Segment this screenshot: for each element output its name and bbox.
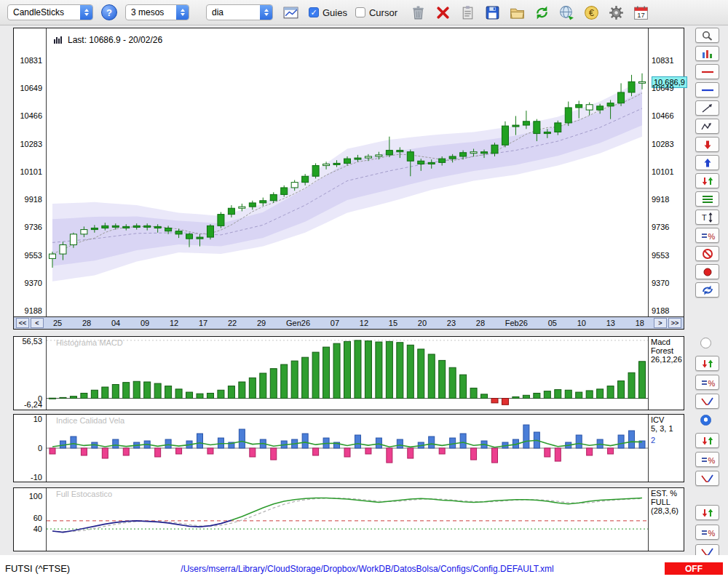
euro-button[interactable]: € bbox=[582, 3, 601, 23]
guies-checkbox[interactable]: Guies bbox=[309, 7, 347, 18]
symbol-label: FUTSI (^FTSE) bbox=[5, 563, 70, 574]
stoch-signals-button[interactable] bbox=[695, 505, 719, 520]
nav-first-button[interactable]: << bbox=[16, 318, 29, 328]
save-button[interactable] bbox=[483, 3, 502, 23]
axis-tick-label: 10101 bbox=[652, 167, 674, 176]
stoch-percent-button[interactable]: % bbox=[695, 525, 719, 540]
period-select[interactable]: 3 mesos bbox=[125, 4, 189, 20]
axis-tick-label: 10649 bbox=[652, 84, 674, 92]
charts-column: 1083110649104661028310101991897369553937… bbox=[13, 28, 684, 551]
icv-panel-radio[interactable] bbox=[700, 415, 711, 426]
trash-button[interactable] bbox=[408, 3, 428, 23]
record-button[interactable] bbox=[695, 264, 719, 279]
zigzag-button[interactable] bbox=[695, 119, 719, 134]
interval-select[interactable]: dia bbox=[206, 4, 273, 20]
svg-text:%: % bbox=[708, 456, 715, 465]
axis-tick-label: 9918 bbox=[652, 195, 669, 204]
checkbox-icon bbox=[309, 7, 319, 17]
toolbar: CandleSticks ? 3 mesos dia Guies Cursor … bbox=[0, 0, 728, 25]
histogram-mini-icon bbox=[53, 36, 63, 44]
refresh-button[interactable] bbox=[532, 3, 552, 23]
chart-type-select[interactable]: CandleSticks bbox=[7, 4, 93, 20]
off-button[interactable]: OFF bbox=[665, 562, 723, 575]
stochastic-line-chart bbox=[47, 488, 648, 551]
chart-style-button[interactable] bbox=[695, 46, 719, 61]
price-plot-area: Last: 10686.9 - 20/02/26 bbox=[46, 28, 649, 316]
trend-line-button[interactable] bbox=[695, 100, 719, 116]
macd-percent-button[interactable]: % bbox=[695, 375, 719, 390]
macd-histogram-chart bbox=[47, 337, 648, 410]
axis-tick-label: 9188 bbox=[652, 306, 669, 315]
price-chart-panel: 1083110649104661028310101991897369553937… bbox=[13, 28, 684, 330]
tool-sidebar: T%%%% bbox=[687, 0, 728, 582]
macd-curve-button[interactable] bbox=[695, 394, 719, 409]
chart-window-button[interactable] bbox=[281, 3, 301, 23]
axis-tick-label: 60 bbox=[33, 514, 42, 522]
axis-tick-label: 9553 bbox=[25, 251, 42, 260]
vertical-scale-button[interactable]: T bbox=[695, 210, 719, 225]
date-tick: 29 bbox=[257, 319, 266, 327]
delete-red-x-button[interactable] bbox=[433, 3, 453, 23]
arrow-up-button[interactable] bbox=[695, 155, 719, 170]
date-tick: 10 bbox=[577, 319, 586, 327]
stoch-panel: 1006040 Full Estocastico EST. % FULL (28… bbox=[13, 487, 684, 551]
buy-sell-signals-button[interactable] bbox=[695, 173, 719, 188]
candlestick-chart[interactable] bbox=[47, 28, 648, 316]
macd-params: Macd Forest 26,12,26 bbox=[651, 338, 682, 364]
settings-button[interactable] bbox=[606, 3, 626, 23]
price-axis-left: 1083110649104661028310101991897369553937… bbox=[14, 28, 46, 316]
stoch-param-line: FULL bbox=[651, 498, 678, 506]
svg-text:%: % bbox=[708, 529, 715, 538]
download-web-button[interactable] bbox=[557, 3, 577, 23]
stoch-axis-right: EST. % FULL (28,3,6) bbox=[649, 488, 684, 551]
calendar-button[interactable]: 17 bbox=[631, 3, 651, 23]
axis-tick-label: 9188 bbox=[25, 306, 42, 315]
date-tick: Feb26 bbox=[505, 319, 528, 327]
macd-plot-area: Histograma MACD bbox=[46, 337, 649, 410]
macd-panel-radio[interactable] bbox=[700, 338, 711, 348]
axis-tick-label: 10466 bbox=[652, 111, 674, 120]
nav-last-button[interactable]: >> bbox=[668, 318, 681, 328]
blue-line-button[interactable] bbox=[695, 82, 719, 97]
stoch-plot-area: Full Estocastico bbox=[46, 488, 649, 551]
zoom-button[interactable] bbox=[695, 28, 719, 43]
cursor-label: Cursor bbox=[369, 7, 397, 18]
toolbar-icon-group: €17 bbox=[408, 3, 651, 23]
open-folder-button[interactable] bbox=[507, 3, 527, 23]
date-tick: 13 bbox=[606, 319, 615, 327]
svg-text:17: 17 bbox=[637, 10, 644, 18]
nav-next-button[interactable]: > bbox=[654, 318, 667, 328]
icv-curve-button[interactable] bbox=[695, 471, 719, 486]
sync-button[interactable] bbox=[695, 282, 719, 298]
macd-param-line: Macd bbox=[651, 338, 682, 346]
levels-button[interactable] bbox=[695, 191, 719, 207]
axis-tick-label: 9918 bbox=[25, 195, 42, 204]
date-tick: 22 bbox=[228, 319, 237, 327]
stoch-axis-left: 1006040 bbox=[14, 488, 46, 551]
stoch-title: Full Estocastico bbox=[56, 490, 112, 498]
percent-scale-button[interactable]: % bbox=[695, 228, 719, 243]
date-tick: 20 bbox=[418, 319, 427, 327]
macd-signals-button[interactable] bbox=[695, 356, 719, 371]
icv-percent-button[interactable]: % bbox=[695, 452, 719, 467]
interval-value: dia bbox=[207, 7, 260, 17]
arrow-down-button[interactable] bbox=[695, 137, 719, 152]
nav-prev-button[interactable]: < bbox=[31, 318, 44, 328]
date-labels: 2528040912172229Gen26071215202328Feb2605… bbox=[44, 319, 653, 327]
svg-text:€: € bbox=[589, 8, 594, 18]
red-line-button[interactable] bbox=[695, 64, 719, 79]
icv-param-line: ICV bbox=[651, 415, 673, 424]
cursor-checkbox[interactable]: Cursor bbox=[355, 7, 397, 18]
icv-panel: 100-10 Indice Calidad Vela ICV 5, 3, 1 2 bbox=[13, 414, 684, 482]
disable-button[interactable] bbox=[695, 246, 719, 261]
axis-tick-label: 10649 bbox=[20, 84, 42, 92]
help-button[interactable]: ? bbox=[101, 4, 117, 20]
macd-param-line: 26,12,26 bbox=[651, 355, 682, 364]
config-path-link[interactable]: /Users/mserra/Library/CloudStorage/Dropb… bbox=[70, 564, 665, 574]
clipboard-button[interactable] bbox=[458, 3, 478, 23]
chart-type-value: CandleSticks bbox=[8, 7, 80, 17]
date-tick: 12 bbox=[360, 319, 368, 327]
icv-plot-area: Indice Calidad Vela bbox=[46, 415, 649, 482]
icv-signals-button[interactable] bbox=[695, 433, 719, 448]
icv-title: Indice Calidad Vela bbox=[56, 416, 124, 425]
